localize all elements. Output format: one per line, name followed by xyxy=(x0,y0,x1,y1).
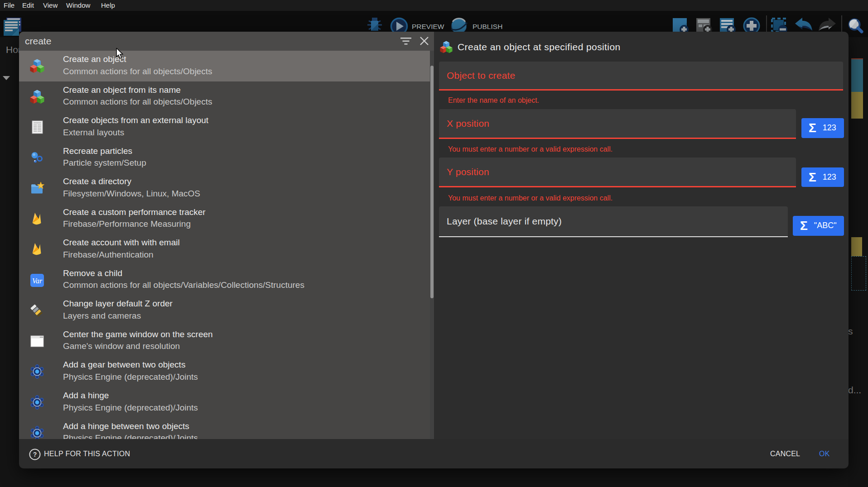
svg-text:Var: Var xyxy=(32,277,43,284)
svg-text:?: ? xyxy=(33,451,37,458)
